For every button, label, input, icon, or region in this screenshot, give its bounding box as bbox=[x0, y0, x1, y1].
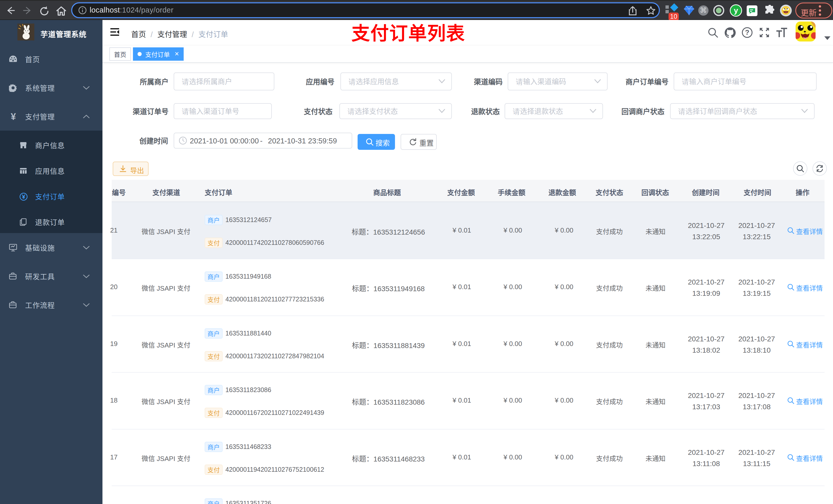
svg-text:⌘: ⌘ bbox=[700, 6, 707, 14]
svg-text:?: ? bbox=[745, 29, 749, 37]
svg-text:¥: ¥ bbox=[11, 113, 16, 121]
svg-text:y: y bbox=[734, 6, 738, 15]
svg-text:10: 10 bbox=[670, 13, 677, 20]
